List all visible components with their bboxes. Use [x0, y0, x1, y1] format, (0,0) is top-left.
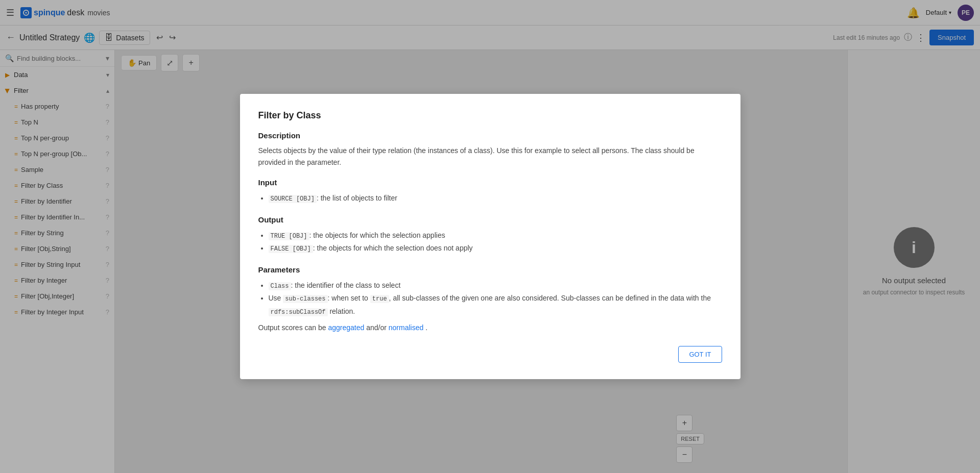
modal-output-item-true: TRUE [OBJ]: the objects for which the se… [269, 229, 722, 242]
modal-overlay[interactable]: Filter by Class Description Selects obje… [0, 0, 980, 473]
modal-output-heading: Output [258, 215, 722, 224]
aggregated-link[interactable]: aggregated [328, 323, 364, 332]
modal-param-subclasses: Use sub-classes: when set to true, all s… [269, 292, 722, 318]
modal-output-true-text: : the objects for which the selection ap… [309, 231, 445, 239]
modal-param-when-text: : when set to [328, 294, 370, 302]
filter-by-class-modal: Filter by Class Description Selects obje… [240, 94, 740, 379]
modal-output-scores-text: Output scores can be aggregated and/or n… [258, 322, 722, 333]
modal-input-heading: Input [258, 178, 722, 187]
sub-classes-code: sub-classes [283, 295, 327, 303]
modal-output-item-false: FALSE [OBJ]: the objects for which the s… [269, 242, 722, 255]
class-code: Class [269, 282, 291, 290]
modal-param-all-text: , all sub-classes of the given one are a… [389, 294, 711, 302]
modal-param-class-text: : the identifier of the class to select [291, 281, 401, 289]
source-obj-code: SOURCE [OBJ] [269, 195, 317, 203]
modal-title: Filter by Class [258, 110, 722, 121]
modal-output-list: TRUE [OBJ]: the objects for which the se… [269, 229, 722, 255]
modal-parameters-heading: Parameters [258, 265, 722, 274]
rdfs-code: rdfs:subClassOf [269, 308, 328, 316]
output-scores-before: Output scores can be [258, 323, 328, 332]
true-obj-code: TRUE [OBJ] [269, 232, 309, 240]
modal-input-item: SOURCE [OBJ]: the list of objects to fil… [269, 192, 722, 205]
output-scores-after: . [425, 323, 427, 332]
false-obj-code: FALSE [OBJ] [269, 245, 313, 253]
modal-description-text: Selects objects by the value of their ty… [258, 145, 722, 168]
modal-footer: GOT IT [258, 346, 722, 363]
modal-input-item-text: : the list of objects to filter [317, 194, 397, 202]
modal-output-false-text: : the objects for which the selection do… [313, 244, 473, 252]
true-code: true [370, 295, 389, 303]
modal-input-list: SOURCE [OBJ]: the list of objects to fil… [269, 192, 722, 205]
modal-parameters-list: Class: the identifier of the class to se… [269, 279, 722, 318]
modal-param-relation-text: relation. [328, 307, 355, 315]
got-it-button[interactable]: GOT IT [678, 346, 722, 363]
normalised-link[interactable]: normalised [389, 323, 423, 332]
output-scores-middle: and/or [366, 323, 389, 332]
modal-description-heading: Description [258, 131, 722, 140]
modal-param-class: Class: the identifier of the class to se… [269, 279, 722, 292]
modal-param-use-text: Use [269, 294, 283, 302]
